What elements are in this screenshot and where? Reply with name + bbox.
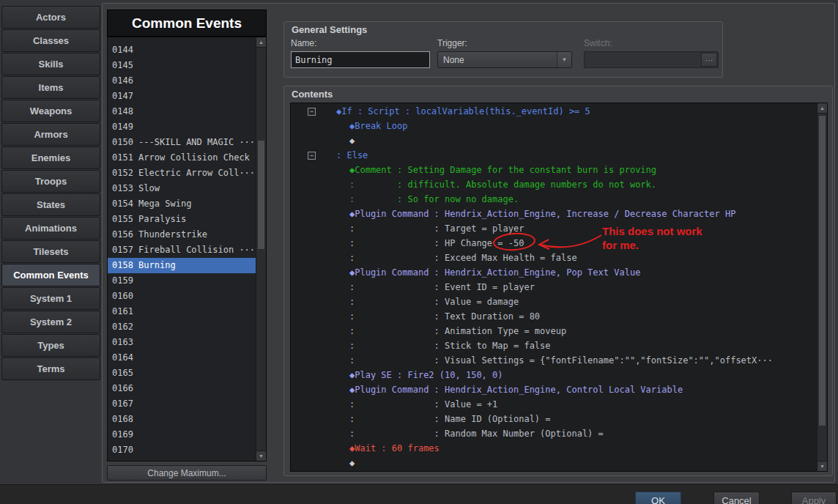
code-line-25[interactable]: ◆ (291, 456, 817, 470)
scroll-up-icon[interactable]: ▲ (256, 37, 266, 48)
code-gutter (291, 280, 319, 294)
code-line-17[interactable]: : : Stick to Map = false (291, 338, 817, 353)
sidebar-item-animations[interactable]: Animations (1, 217, 100, 240)
list-item-0146[interactable]: 0146 (108, 73, 256, 89)
sidebar-item-skills[interactable]: Skills (1, 53, 100, 75)
list-item-0145[interactable]: 0145 (108, 58, 256, 73)
event-commands-box: −◆If : Script : localVariable(this._even… (290, 103, 828, 472)
collapse-toggle-icon[interactable]: − (308, 108, 316, 116)
sidebar-item-system-2[interactable]: System 2 (1, 311, 100, 333)
code-text: : : So for now no damage. (319, 194, 519, 204)
list-item-0164[interactable]: 0164 (108, 350, 256, 366)
sidebar-item-common-events[interactable]: Common Events (1, 264, 100, 286)
code-line-13[interactable]: : : Event ID = player (291, 280, 817, 294)
list-item-0168[interactable]: 0168 (108, 412, 256, 427)
sidebar-item-tilesets[interactable]: Tilesets (1, 240, 100, 263)
list-item-0152[interactable]: 0152 Electric Arrow Coll··· (108, 166, 256, 181)
code-line-6[interactable]: : : difficult. Absolute damage numbers d… (291, 177, 817, 192)
contents-scrollbar[interactable]: ▲ ▼ (817, 103, 827, 471)
list-item-0151[interactable]: 0151 Arrow Collision Check (108, 150, 256, 166)
list-item-0166[interactable]: 0166 (108, 381, 256, 396)
code-line-22[interactable]: : : Name ID (Optional) = (291, 412, 817, 426)
list-item-0160[interactable]: 0160 (108, 289, 256, 304)
sidebar-item-items[interactable]: Items (1, 76, 100, 99)
list-item-0169[interactable]: 0169 (108, 427, 256, 442)
list-item-0150[interactable]: 0150 ---SKILL AND MAGIC ··· (108, 135, 256, 150)
list-item-0149[interactable]: 0149 (108, 119, 256, 135)
list-item-0171[interactable]: 0171 (108, 458, 256, 461)
code-line-14[interactable]: : : Value = damage (291, 294, 817, 309)
list-item-0161[interactable]: 0161 (108, 304, 256, 319)
code-gutter (291, 192, 319, 207)
code-line-21[interactable]: : : Value = +1 (291, 397, 817, 412)
sidebar-item-terms[interactable]: Terms (1, 357, 100, 380)
code-line-19[interactable]: ◆Play SE : Fire2 (10, 150, 0) (291, 368, 817, 382)
sidebar-item-classes[interactable]: Classes (1, 29, 100, 52)
code-gutter (291, 412, 319, 426)
list-item-0157[interactable]: 0157 Fireball Collision ··· (108, 242, 256, 258)
list-item-0156[interactable]: 0156 Thunderstrike (108, 227, 256, 242)
sidebar-item-states[interactable]: States (1, 193, 100, 216)
code-text: : : Name ID (Optional) = (319, 414, 551, 424)
ok-button[interactable]: OK (635, 492, 681, 504)
code-line-2[interactable]: ◆Break Loop (291, 119, 817, 133)
sidebar-item-troops[interactable]: Troops (1, 170, 100, 193)
name-input[interactable] (291, 51, 430, 68)
sidebar-item-weapons[interactable]: Weapons (1, 100, 100, 122)
list-item-0163[interactable]: 0163 (108, 335, 256, 350)
list-item-0153[interactable]: 0153 Slow (108, 181, 256, 196)
list-item-0155[interactable]: 0155 Paralysis (108, 212, 256, 227)
code-line-23[interactable]: : : Random Max Number (Optional) = (291, 426, 817, 441)
code-line-3[interactable]: ◆ (291, 133, 817, 148)
code-line-8[interactable]: ◆Plugin Command : Hendrix_Action_Engine,… (291, 207, 817, 221)
collapse-toggle-icon[interactable]: − (308, 152, 316, 160)
code-line-16[interactable]: : : Animation Type = moveup (291, 324, 817, 338)
sidebar-item-armors[interactable]: Armors (1, 123, 100, 146)
list-item-0143[interactable]: 0143 (108, 37, 256, 42)
event-list-scrollbar[interactable]: ▲ ▼ (256, 37, 266, 461)
code-line-4[interactable]: −: Else (291, 148, 817, 163)
code-line-20[interactable]: ◆Plugin Command : Hendrix_Action_Engine,… (291, 382, 817, 397)
code-line-18[interactable]: : : Visual Settings = {"fontFilename":""… (291, 353, 817, 368)
code-text: ◆Plugin Command : Hendrix_Action_Engine,… (319, 267, 640, 278)
sidebar-item-types[interactable]: Types (1, 334, 100, 357)
cancel-button[interactable]: Cancel (713, 492, 760, 504)
sidebar-item-actors[interactable]: Actors (1, 6, 100, 29)
list-item-0162[interactable]: 0162 (108, 319, 256, 335)
code-line-1[interactable]: −◆If : Script : localVariable(this._even… (291, 104, 817, 119)
sidebar-item-enemies[interactable]: Enemies (1, 147, 100, 169)
scrollbar-thumb[interactable] (818, 115, 826, 426)
list-item-0158[interactable]: 0158 Burning (108, 258, 256, 273)
list-item-0167[interactable]: 0167 (108, 396, 256, 412)
change-maximum-button[interactable]: Change Maximum... (107, 465, 267, 481)
code-line-15[interactable]: : : Text Duration = 80 (291, 309, 817, 324)
list-item-0148[interactable]: 0148 (108, 104, 256, 119)
code-line-7[interactable]: : : So for now no damage. (291, 192, 817, 207)
code-line-24[interactable]: ◆Wait : 60 frames (291, 441, 817, 456)
list-item-0144[interactable]: 0144 (108, 42, 256, 58)
code-line-5[interactable]: ◆Comment : Setting Damage for the consta… (291, 163, 817, 177)
code-line-12[interactable]: ◆Plugin Command : Hendrix_Action_Engine,… (291, 265, 817, 280)
trigger-dropdown[interactable]: None ▼ (437, 51, 572, 68)
event-list: 01430144014501460147014801490150 ---SKIL… (108, 37, 256, 461)
list-item-0170[interactable]: 0170 (108, 442, 256, 458)
code-text: : : Stick to Map = false (319, 341, 551, 351)
code-text: ◆Break Loop (319, 121, 407, 131)
scroll-down-icon[interactable]: ▼ (817, 461, 827, 471)
code-line-11[interactable]: : : Exceed Max Health = false (291, 251, 817, 265)
scroll-down-icon[interactable]: ▼ (256, 451, 266, 461)
list-item-0154[interactable]: 0154 Mega Swing (108, 196, 256, 212)
code-line-10[interactable]: : : HP Change = -50 (291, 236, 817, 251)
list-item-0165[interactable]: 0165 (108, 366, 256, 381)
apply-button: Apply (791, 492, 837, 504)
list-item-0147[interactable]: 0147 (108, 89, 256, 104)
scroll-up-icon[interactable]: ▲ (817, 103, 827, 114)
list-item-0159[interactable]: 0159 (108, 273, 256, 289)
code-gutter (291, 368, 319, 382)
code-line-9[interactable]: : : Target = player (291, 221, 817, 236)
contents-group: Contents −◆If : Script : localVariable(t… (283, 86, 833, 476)
sidebar-item-system-1[interactable]: System 1 (1, 287, 100, 310)
contents-title: Contents (292, 89, 333, 100)
switch-browse-button[interactable]: ··· (701, 53, 717, 67)
scrollbar-thumb[interactable] (257, 140, 265, 250)
